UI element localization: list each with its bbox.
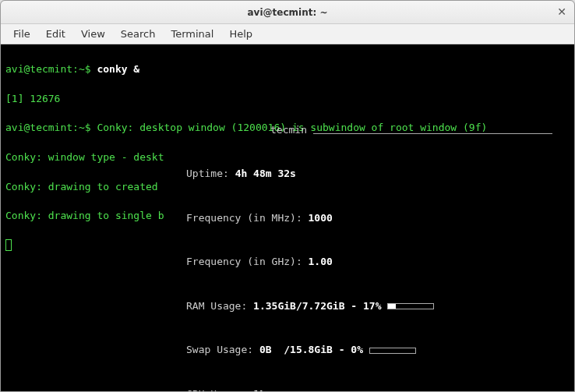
menu-edit[interactable]: Edit [38,25,73,43]
command: conky & [97,63,139,75]
cpu-label: CPU Usage: [186,388,253,391]
hostname: tecmin [270,123,307,138]
menu-search[interactable]: Search [113,25,164,43]
window-titlebar: avi@tecmint: ~ ✕ [1,1,574,24]
freq-mhz-label: Frequency (in MHz): [186,212,309,224]
ram-label: RAM Usage: [186,300,253,312]
swap-label: Swap Usage: [186,344,259,355]
menu-view[interactable]: View [73,25,113,43]
menu-help[interactable]: Help [221,25,260,43]
window-title: avi@tecmint: ~ [248,7,328,18]
freq-ghz-label: Frequency (in GHz): [186,256,309,267]
menu-terminal[interactable]: Terminal [163,25,221,43]
freq-ghz-value: 1.00 [309,256,333,267]
freq-mhz-value: 1000 [309,212,333,224]
divider [313,133,552,134]
terminal-viewport[interactable]: avi@tecmint:~$ conky & [1] 12676 avi@tec… [1,44,574,391]
ram-bar [387,303,434,309]
menu-file[interactable]: File [5,25,38,43]
uptime-value: 4h 48m 32s [235,168,296,179]
prompt: avi@tecmint:~$ [5,63,97,75]
prompt: avi@tecmint:~$ [5,122,97,133]
conky-overlay: tecmin Uptime: 4h 48m 32s Frequency (in … [186,94,552,391]
cursor-icon [5,239,12,251]
swap-bar [369,348,416,354]
cpu-value: 1% [253,388,266,391]
swap-value: 0B /15.8GiB - 0% [259,344,363,355]
ram-value: 1.35GiB/7.72GiB - 17% [253,300,381,312]
uptime-label: Uptime: [186,168,235,179]
menubar: File Edit View Search Terminal Help [1,24,574,44]
close-icon[interactable]: ✕ [557,5,566,18]
